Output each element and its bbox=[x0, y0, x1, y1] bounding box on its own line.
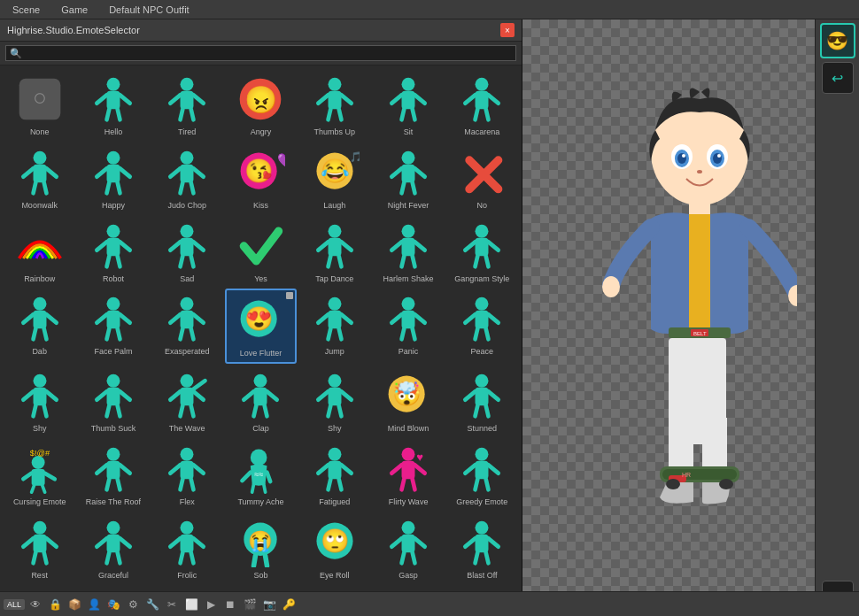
svg-line-86 bbox=[402, 256, 405, 266]
figure-button[interactable]: 👤 bbox=[85, 596, 103, 613]
svg-line-85 bbox=[415, 242, 425, 250]
svg-rect-107 bbox=[181, 311, 194, 329]
emote-item-love_flutter[interactable]: 😍 Love Flutter bbox=[225, 289, 297, 364]
emote-label-peace: Peace bbox=[471, 347, 494, 357]
emote-label-sit: Sit bbox=[404, 127, 414, 137]
svg-line-186 bbox=[171, 465, 181, 473]
emote-item-rest[interactable]: Rest bbox=[4, 512, 75, 584]
emote-label-greedy_emote: Greedy Emote bbox=[456, 497, 507, 507]
settings-button[interactable]: ⚙ bbox=[124, 596, 142, 613]
emote-item-mind_blown[interactable]: 🤯 Mind Blown bbox=[372, 366, 444, 437]
emote-tool-button[interactable]: 😎 bbox=[820, 23, 855, 58]
emote-item-greedy_emote[interactable]: Greedy Emote bbox=[446, 439, 518, 511]
mask-button[interactable]: 🎭 bbox=[104, 596, 122, 613]
emote-item-sob[interactable]: 😭 Sob bbox=[225, 512, 297, 584]
close-button[interactable]: × bbox=[500, 23, 515, 37]
emote-item-shy[interactable]: Shy bbox=[4, 366, 75, 437]
svg-rect-71 bbox=[181, 237, 194, 256]
svg-line-124 bbox=[402, 329, 405, 340]
svg-rect-203 bbox=[402, 461, 415, 480]
emote-item-graceful[interactable]: Graceful bbox=[77, 512, 149, 584]
tab-default-npc-outfit[interactable]: Default NPC Outfit bbox=[104, 3, 194, 17]
emote-item-jump[interactable]: Jump bbox=[298, 289, 370, 364]
search-input[interactable] bbox=[5, 45, 516, 61]
emote-item-night_fever[interactable]: Night Fever bbox=[372, 142, 444, 214]
emote-panel-title: Highrise.Studio.EmoteSelector bbox=[7, 25, 140, 35]
play-button[interactable]: ▶ bbox=[202, 596, 220, 613]
emote-item-tummy_ache[interactable]: ≈≈ Tummy Ache bbox=[225, 439, 297, 511]
emote-label-tired: Tired bbox=[178, 127, 196, 137]
emote-item-macarena[interactable]: Macarena bbox=[446, 69, 518, 141]
emote-item-dab[interactable]: Dab bbox=[4, 289, 75, 364]
emote-item-thumb_suck[interactable]: Thumb Suck bbox=[77, 366, 149, 437]
reset-tool-button[interactable]: ↩ bbox=[822, 62, 854, 94]
camera-button[interactable]: 📷 bbox=[260, 596, 278, 613]
emote-item-stunned[interactable]: Stunned bbox=[446, 366, 518, 437]
emote-item-blast_off[interactable]: Blast Off bbox=[446, 512, 518, 584]
svg-line-191 bbox=[243, 473, 251, 481]
emote-item-frolic[interactable]: Frolic bbox=[151, 512, 223, 584]
svg-line-26 bbox=[402, 109, 405, 119]
emote-icon-thumb_suck bbox=[87, 369, 140, 422]
rect-button[interactable]: ⬜ bbox=[182, 596, 200, 613]
svg-line-211 bbox=[466, 465, 476, 473]
svg-line-249 bbox=[476, 552, 478, 563]
eye-button[interactable]: 👁 bbox=[27, 596, 44, 613]
emote-item-sad[interactable]: Sad bbox=[151, 216, 223, 288]
emote-item-gasp[interactable]: Gasp bbox=[372, 512, 444, 584]
all-button[interactable]: ALL bbox=[4, 599, 25, 610]
emote-item-angry[interactable]: 😠 Angry bbox=[225, 69, 297, 141]
emote-item-face_palm[interactable]: Face Palm bbox=[77, 289, 149, 364]
lock-button[interactable]: 🔒 bbox=[46, 596, 64, 613]
svg-line-92 bbox=[476, 256, 478, 266]
emote-item-none[interactable]: ○ None bbox=[4, 69, 75, 141]
emote-item-the_wave[interactable]: The Wave bbox=[151, 366, 223, 437]
emote-label-face_palm: Face Palm bbox=[94, 347, 132, 357]
emote-icon-macarena bbox=[455, 73, 508, 126]
emote-item-kiss[interactable]: 😘 💜 Kiss bbox=[225, 142, 297, 214]
scissors-button[interactable]: ✂ bbox=[163, 596, 181, 613]
emote-item-exasperated[interactable]: Exasperated bbox=[151, 289, 223, 364]
emote-item-judo_chop[interactable]: Judo Chop bbox=[151, 142, 223, 214]
emote-item-hello[interactable]: Hello bbox=[77, 69, 149, 141]
svg-rect-83 bbox=[402, 237, 415, 256]
tab-game[interactable]: Game bbox=[56, 3, 93, 17]
emote-item-yes[interactable]: Yes bbox=[225, 216, 297, 288]
svg-line-66 bbox=[97, 242, 106, 250]
emote-item-panic[interactable]: Panic bbox=[372, 289, 444, 364]
emote-item-harlem_shake[interactable]: Harlem Shake bbox=[372, 216, 444, 288]
emote-item-gangnam_style[interactable]: Gangnam Style bbox=[446, 216, 518, 288]
emote-item-tap_dance[interactable]: Tap Dance bbox=[298, 216, 370, 288]
emote-item-rainbow[interactable]: Rainbow bbox=[4, 216, 75, 288]
stop-button[interactable]: ⏹ bbox=[221, 596, 239, 613]
svg-line-84 bbox=[391, 242, 401, 250]
emote-item-sit[interactable]: Sit bbox=[372, 69, 444, 141]
emote-grid-container[interactable]: ○ None Hello Tired 😠 Angry bbox=[0, 65, 522, 616]
tab-scene[interactable]: Scene bbox=[7, 3, 45, 17]
emote-item-robot[interactable]: Robot bbox=[77, 216, 149, 288]
emote-label-hello: Hello bbox=[104, 127, 123, 137]
svg-line-220 bbox=[43, 552, 46, 563]
svg-line-7 bbox=[118, 109, 120, 119]
emote-item-raise_the_roof[interactable]: Raise The Roof bbox=[77, 439, 149, 511]
emote-item-thumbs_up[interactable]: Thumbs Up bbox=[298, 69, 370, 141]
emote-item-clap[interactable]: Clap bbox=[225, 366, 297, 437]
emote-item-cursing_emote[interactable]: $!@# Cursing Emote bbox=[4, 439, 75, 511]
emote-item-moonwalk[interactable]: Moonwalk bbox=[4, 142, 75, 214]
wrench-button[interactable]: 🔧 bbox=[143, 596, 161, 613]
svg-line-180 bbox=[97, 465, 106, 473]
key1-button[interactable]: 🔑 bbox=[280, 596, 298, 613]
box-button[interactable]: 📦 bbox=[66, 596, 83, 613]
emote-item-fatigued[interactable]: Fatigued bbox=[298, 439, 370, 511]
emote-item-happy[interactable]: Happy bbox=[77, 142, 149, 214]
record-button[interactable]: 🎬 bbox=[241, 596, 259, 613]
emote-item-laugh[interactable]: 😂 🎵 Laugh bbox=[298, 142, 370, 214]
emote-item-tired[interactable]: Tired bbox=[151, 69, 223, 141]
emote-item-peace[interactable]: Peace bbox=[446, 289, 518, 364]
emote-item-flirty_wave[interactable]: ♥ Flirty Wave bbox=[372, 439, 444, 511]
emote-item-no[interactable]: No bbox=[446, 142, 518, 214]
emote-item-shy2[interactable]: Shy bbox=[298, 366, 370, 437]
emote-item-flex[interactable]: Flex bbox=[151, 439, 223, 511]
svg-line-67 bbox=[120, 242, 129, 250]
emote-item-eye_roll[interactable]: 🙄 Eye Roll bbox=[298, 512, 370, 584]
